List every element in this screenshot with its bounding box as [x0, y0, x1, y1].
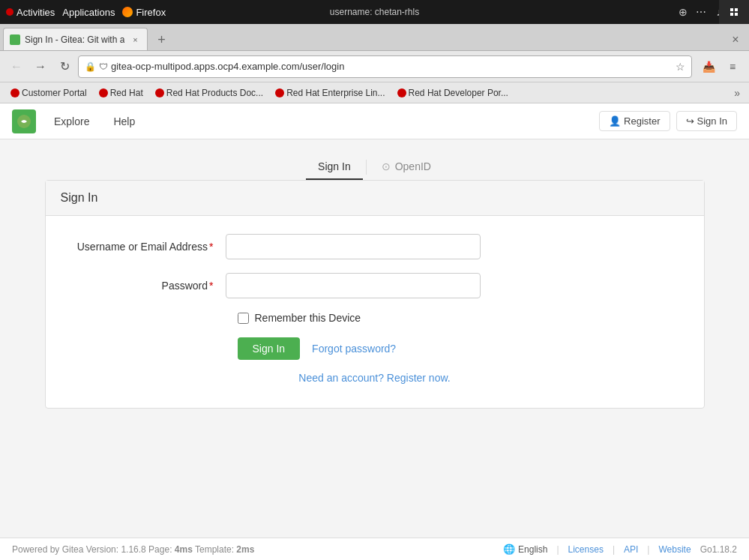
username-input[interactable]: [226, 234, 481, 259]
bookmark-star-icon[interactable]: ☆: [676, 61, 685, 73]
os-activities[interactable]: Activities: [6, 7, 55, 18]
forgot-password-link[interactable]: Forgot password?: [312, 343, 396, 355]
redhat-favicon-icon-3: [155, 88, 164, 97]
redhat-favicon-icon-2: [99, 88, 108, 97]
password-row: Password*: [76, 273, 674, 298]
bookmark-label: Red Hat: [110, 88, 143, 98]
browser-content: Explore Help 👤 Register ↪ Sign In Sign I…: [0, 103, 749, 538]
os-red-dot-icon: [6, 8, 13, 16]
main-content: Sign In ⊙ OpenID Sign In Username or Ema…: [0, 139, 749, 538]
remember-device-checkbox[interactable]: [238, 313, 249, 324]
redhat-favicon-icon: [10, 88, 19, 97]
explore-nav-item[interactable]: Explore: [48, 112, 95, 130]
address-bar[interactable]: 🔒 🛡 gitea-ocp-multipod.apps.ocp4.example…: [78, 55, 692, 78]
username-label: Username or Email Address*: [76, 241, 226, 253]
remember-device-label: Remember this Device: [255, 312, 361, 324]
tab-favicon: [10, 34, 20, 45]
svg-rect-2: [730, 13, 733, 16]
redhat-favicon-icon-4: [275, 88, 284, 97]
browser-chrome: Sign In - Gitea: Git with a × + × ← → ↻ …: [0, 24, 749, 103]
openid-icon: ⊙: [382, 160, 391, 172]
language-selector[interactable]: 🌐 English: [503, 544, 547, 555]
user-icon: 👤: [609, 115, 621, 127]
help-nav-item[interactable]: Help: [107, 112, 141, 130]
password-label: Password*: [76, 280, 226, 292]
shield-icon: 🛡: [99, 61, 108, 72]
bookmarks-more-button[interactable]: »: [731, 87, 743, 99]
powered-by-text: Powered by Gitea Version: 1.16.8 Page: 4…: [12, 544, 254, 555]
register-now-link[interactable]: Need an account? Register now.: [298, 372, 450, 384]
username-row: Username or Email Address*: [76, 234, 674, 259]
register-button[interactable]: 👤 Register: [599, 111, 670, 131]
website-link[interactable]: Website: [658, 544, 691, 555]
password-input[interactable]: [226, 273, 481, 298]
gitea-header: Explore Help 👤 Register ↪ Sign In: [0, 103, 749, 139]
bookmark-label: Customer Portal: [22, 88, 87, 98]
bookmark-label: Red Hat Developer Por...: [409, 88, 508, 98]
tab-signin[interactable]: Sign In: [306, 154, 363, 180]
form-actions: Sign In Forgot password?: [238, 337, 674, 360]
pocket-icon[interactable]: 📥: [698, 56, 719, 77]
tab-openid[interactable]: ⊙ OpenID: [370, 154, 443, 180]
tab-separator: [366, 160, 367, 175]
bookmark-label: Red Hat Products Doc...: [166, 88, 263, 98]
refresh-button[interactable]: ↻: [54, 56, 75, 77]
tab-close-button[interactable]: ×: [129, 34, 141, 46]
redhat-favicon-icon-5: [397, 88, 406, 97]
address-text: gitea-ocp-multipod.apps.ocp4.example.com…: [111, 61, 673, 72]
accessibility-icon[interactable]: ⊕: [677, 6, 689, 18]
signin-box-title: Sign In: [46, 181, 704, 216]
back-button[interactable]: ←: [6, 56, 27, 77]
signin-submit-button[interactable]: Sign In: [238, 337, 301, 360]
bookmark-developer-portal[interactable]: Red Hat Developer Por...: [393, 86, 513, 100]
svg-rect-1: [735, 8, 738, 11]
os-topbar: Activities Applications Firefox username…: [0, 0, 749, 24]
new-tab-button[interactable]: +: [151, 29, 172, 50]
forward-button[interactable]: →: [30, 56, 51, 77]
signin-tabs: Sign In ⊙ OpenID: [306, 154, 443, 180]
signin-form-box: Sign In Username or Email Address* Passw…: [45, 180, 705, 409]
os-applications[interactable]: Applications: [62, 7, 115, 18]
bookmark-enterprise-linux[interactable]: Red Hat Enterprise Lin...: [271, 86, 389, 100]
bookmark-red-hat[interactable]: Red Hat: [94, 86, 148, 100]
register-link-row: Need an account? Register now.: [76, 372, 674, 384]
go-version-text: Go1.18.2: [700, 544, 737, 555]
browser-close-button[interactable]: ×: [725, 29, 746, 50]
bookmark-products-doc[interactable]: Red Hat Products Doc...: [151, 86, 268, 100]
network-icon[interactable]: ⋯: [695, 6, 707, 18]
remember-device-row: Remember this Device: [238, 312, 674, 324]
svg-rect-0: [730, 8, 733, 11]
browser-menu-button[interactable]: ≡: [722, 56, 743, 77]
nav-bar: ← → ↻ 🔒 🛡 gitea-ocp-multipod.apps.ocp4.e…: [0, 51, 749, 82]
os-firefox[interactable]: Firefox: [122, 7, 166, 18]
page-footer: Powered by Gitea Version: 1.16.8 Page: 4…: [0, 538, 749, 560]
tab-title: Sign In - Gitea: Git with a: [25, 34, 124, 45]
os-username: username: chetan-rhls: [330, 7, 419, 17]
firefox-icon: [122, 7, 133, 17]
lock-icon: 🔒: [85, 61, 96, 72]
gitea-logo[interactable]: [12, 109, 36, 133]
bookmark-customer-portal[interactable]: Customer Portal: [6, 86, 91, 100]
signin-header-button[interactable]: ↪ Sign In: [676, 111, 737, 131]
browser-tab-active[interactable]: Sign In - Gitea: Git with a ×: [3, 28, 148, 50]
api-link[interactable]: API: [624, 544, 638, 555]
bookmarks-bar: Customer Portal Red Hat Red Hat Products…: [0, 82, 749, 103]
signin-box-body: Username or Email Address* Password* Rem…: [46, 216, 704, 408]
tab-bar: Sign In - Gitea: Git with a × + ×: [0, 24, 749, 51]
signin-icon: ↪: [686, 115, 694, 127]
globe-icon: 🌐: [503, 544, 515, 555]
bookmark-label: Red Hat Enterprise Lin...: [286, 88, 385, 98]
svg-rect-3: [735, 13, 738, 16]
licenses-link[interactable]: Licenses: [568, 544, 604, 555]
corner-icon: [719, 0, 749, 24]
